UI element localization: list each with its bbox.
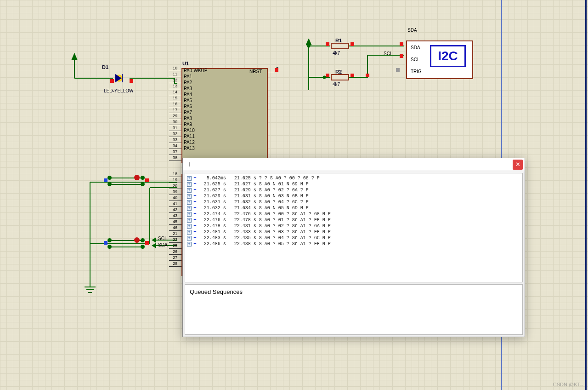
- expand-icon[interactable]: +: [187, 218, 192, 223]
- watermark: CSDN @KT--: [553, 382, 583, 387]
- sim-pad: [366, 74, 369, 77]
- u1-pin-lead: [169, 149, 181, 149]
- u1-pin-lead: [169, 236, 181, 237]
- u1-pin-lead: [169, 131, 181, 131]
- u1-pin-num: 21: [168, 231, 177, 236]
- u1-pin-lead: [169, 266, 181, 267]
- log-row[interactable]: +⬅ 22.483 s 22.485 s S A0 ? 04 ? Sr A1 ?…: [187, 235, 520, 241]
- sim-pad: [351, 42, 354, 46]
- log-row[interactable]: +⬅ 22.476 s 22.478 s S A0 ? 01 ? Sr A1 ?…: [187, 217, 520, 223]
- arrow-left-icon: ⬅: [193, 187, 197, 193]
- log-row[interactable]: +⬅ 21.629 s 21.631 s S A0 N 03 N 6B N P: [187, 193, 520, 199]
- log-text: 21.631 s 21.632 s S A0 ? 04 ? 6C ? P: [198, 199, 309, 205]
- log-row[interactable]: +⬅ 22.486 s 22.488 s S A0 ? 05 ? Sr A1 ?…: [187, 241, 520, 247]
- expand-icon[interactable]: +: [187, 230, 192, 235]
- arrow-left-icon: ⬅: [193, 205, 197, 211]
- u1-pin-num: 25: [168, 243, 177, 248]
- sim-pad: [275, 68, 278, 72]
- sim-pad: [351, 74, 354, 77]
- u1-pin-lead: [169, 95, 181, 95]
- switch-1[interactable]: [108, 175, 145, 188]
- u1-ref: U1: [182, 61, 189, 66]
- u1-pin-num: 14: [168, 90, 177, 94]
- u1-pin-num: 17: [168, 108, 177, 112]
- log-row[interactable]: +⬅ 5.042ms 21.625 s ? ? S A0 ? 00 ? 68 ?…: [187, 175, 520, 181]
- log-text: 22.486 s 22.488 s S A0 ? 05 ? Sr A1 ? FF…: [198, 241, 331, 247]
- net-tag-sda: [152, 243, 156, 248]
- u1-pin-num: 39: [168, 189, 177, 194]
- log-text: 21.625 s 21.627 s S A0 N 01 N 69 N P: [198, 181, 309, 187]
- u1-pin-name: PA6: [184, 104, 192, 109]
- log-row[interactable]: +⬅ 21.631 s 21.632 s S A0 ? 04 ? 6C ? P: [187, 199, 520, 205]
- expand-icon[interactable]: +: [187, 200, 192, 205]
- u1-pin-num: 30: [168, 120, 177, 124]
- log-row[interactable]: +⬅ 22.474 s 22.476 s S A0 ? 00 ? Sr A1 ?…: [187, 211, 520, 217]
- log-text: 5.042ms 21.625 s ? ? S A0 ? 00 ? 68 ? P: [198, 175, 320, 181]
- u1-pin-num: 43: [168, 213, 177, 218]
- u1-pin-num: 42: [168, 207, 177, 212]
- u1-pin-name: PA4: [184, 92, 192, 97]
- expand-icon[interactable]: +: [187, 188, 192, 193]
- log-text: 22.474 s 22.476 s S A0 ? 00 ? Sr A1 ? 68…: [198, 211, 331, 217]
- u1-pin-lead: [169, 101, 181, 101]
- u1-pin-lead: [169, 189, 181, 189]
- u1-pin-num: 31: [168, 126, 177, 130]
- log-row[interactable]: +⬅ 21.625 s 21.627 s S A0 N 01 N 69 N P: [187, 181, 520, 187]
- u1-pin-lead: [169, 242, 181, 243]
- arrow-left-icon: ⬅: [193, 199, 197, 205]
- u1-pin-num: 45: [168, 219, 177, 224]
- d1-ref: D1: [102, 64, 108, 70]
- sim-pad: [326, 74, 329, 77]
- expand-icon[interactable]: +: [187, 182, 192, 187]
- u1-pin-num: 20: [168, 184, 177, 188]
- expand-icon[interactable]: +: [187, 236, 192, 241]
- expand-icon[interactable]: +: [187, 224, 192, 229]
- u1-pin-num: 46: [168, 225, 177, 230]
- log-row[interactable]: +⬅ 22.481 s 22.483 s S A0 ? 03 ? Sr A1 ?…: [187, 229, 520, 235]
- u1-pin-num: 34: [168, 143, 177, 148]
- debug-titlebar[interactable]: I ✕: [183, 158, 525, 171]
- switch-2[interactable]: [108, 237, 145, 250]
- close-button[interactable]: ✕: [513, 160, 523, 170]
- d1-value: LED-YELLOW: [104, 88, 133, 93]
- led-d1[interactable]: [114, 74, 128, 82]
- svg-marker-0: [72, 53, 77, 60]
- r2-body[interactable]: [331, 74, 349, 80]
- debug-log[interactable]: +⬅ 5.042ms 21.625 s ? ? S A0 ? 00 ? 68 ?…: [185, 173, 523, 282]
- svg-marker-1: [306, 39, 311, 45]
- expand-icon[interactable]: +: [187, 242, 192, 247]
- log-row[interactable]: +⬅ 21.627 s 21.629 s S A0 ? 02 ? 6A ? P: [187, 187, 520, 193]
- log-text: 22.481 s 22.483 s S A0 ? 03 ? Sr A1 ? FF…: [198, 229, 331, 235]
- u1-pin-num: 16: [168, 102, 177, 106]
- expand-icon[interactable]: +: [187, 176, 192, 181]
- expand-icon[interactable]: +: [187, 206, 192, 211]
- u1-pin-lead: [169, 155, 181, 155]
- u1-pin-lead: [169, 125, 181, 125]
- u1-pin-num: 13: [168, 84, 177, 88]
- u1-pin-name: PA10: [184, 128, 195, 133]
- i2c-pin-scl: SCL: [411, 57, 419, 62]
- arrow-left-icon: ⬅: [193, 193, 197, 199]
- net-sda-top: SDA: [407, 28, 417, 33]
- net-scl-label: SCL: [158, 236, 167, 241]
- expand-icon[interactable]: +: [187, 212, 192, 217]
- expand-icon[interactable]: +: [187, 194, 192, 199]
- u1-pin-num: 10: [168, 66, 177, 70]
- log-text: 22.476 s 22.478 s S A0 ? 01 ? Sr A1 ? FF…: [198, 217, 331, 223]
- r2-value: 4k7: [333, 82, 340, 87]
- log-row[interactable]: +⬅ 21.632 s 21.634 s S A0 N 05 N 6D N P: [187, 205, 520, 211]
- u1-pin-lead: [169, 89, 181, 89]
- queued-panel[interactable]: Queued Sequences: [185, 284, 523, 335]
- u1-pin-name: PA9: [184, 122, 192, 127]
- r1-body[interactable]: [331, 43, 349, 49]
- u1-pin-name: PA2: [184, 80, 192, 85]
- i2c-debug-window[interactable]: I ✕ +⬅ 5.042ms 21.625 s ? ? S A0 ? 00 ? …: [182, 158, 525, 337]
- u1-pin-lead: [169, 254, 181, 255]
- u1-pin-lead: [169, 260, 181, 261]
- sim-pad: [104, 178, 107, 182]
- arrow-left-icon: ⬅: [193, 223, 197, 229]
- log-row[interactable]: +⬅ 22.478 s 22.481 s S A0 ? 02 ? Sr A1 ?…: [187, 223, 520, 229]
- log-text: 21.629 s 21.631 s S A0 N 03 N 6B N P: [198, 193, 309, 199]
- u1-pin-name: NRST: [249, 69, 262, 74]
- u1-pin-lead: [268, 72, 274, 72]
